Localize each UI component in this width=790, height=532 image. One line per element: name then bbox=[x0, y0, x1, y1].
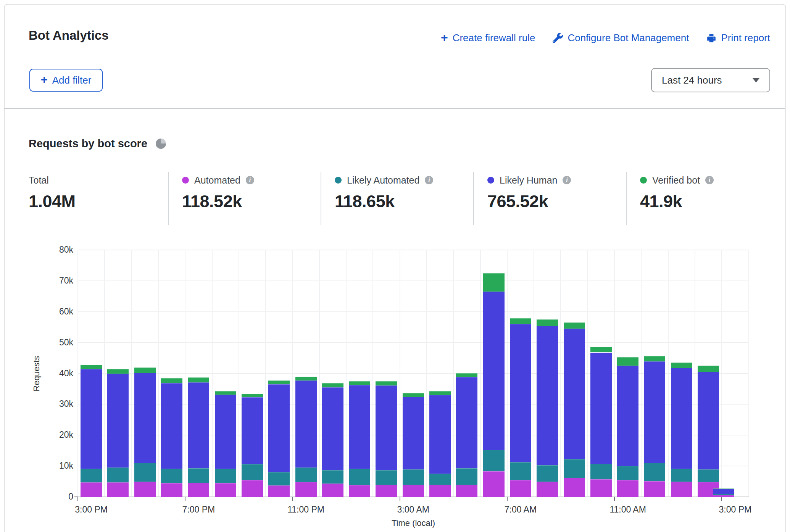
bar-segment-likely-human[interactable] bbox=[295, 380, 317, 468]
bar-segment-automated[interactable] bbox=[322, 484, 343, 497]
bar-segment-likely-human[interactable] bbox=[81, 369, 102, 468]
bar-segment-likely-automated[interactable] bbox=[429, 474, 451, 484]
bar-segment-verified-bot[interactable] bbox=[483, 273, 505, 292]
bar-segment-likely-automated[interactable] bbox=[376, 470, 397, 485]
bar-segment-likely-automated[interactable] bbox=[403, 469, 424, 485]
bar-segment-automated[interactable] bbox=[644, 481, 665, 497]
bar-segment-likely-human[interactable] bbox=[510, 324, 531, 462]
bar-segment-verified-bot[interactable] bbox=[322, 383, 343, 387]
bar-segment-likely-automated[interactable] bbox=[322, 470, 343, 484]
bar-segment-likely-automated[interactable] bbox=[134, 463, 156, 482]
bar-segment-likely-automated[interactable] bbox=[590, 464, 612, 479]
bar-segment-automated[interactable] bbox=[134, 482, 156, 497]
bar-segment-likely-automated[interactable] bbox=[698, 469, 719, 482]
bar-segment-verified-bot[interactable] bbox=[161, 378, 182, 383]
bar-segment-likely-automated[interactable] bbox=[671, 469, 692, 482]
bar-segment-verified-bot[interactable] bbox=[564, 322, 585, 329]
bar-segment-likely-human[interactable] bbox=[215, 395, 236, 469]
bar-segment-verified-bot[interactable] bbox=[376, 381, 397, 385]
bar-segment-automated[interactable] bbox=[376, 485, 397, 497]
bar-segment-likely-automated[interactable] bbox=[215, 469, 236, 483]
bar-segment-automated[interactable] bbox=[429, 485, 451, 497]
bar-segment-likely-human[interactable] bbox=[429, 395, 451, 474]
bar-segment-likely-human[interactable] bbox=[403, 397, 424, 469]
bar-segment-automated[interactable] bbox=[349, 485, 370, 497]
bar-segment-likely-human[interactable] bbox=[188, 382, 209, 468]
bar-segment-verified-bot[interactable] bbox=[456, 373, 477, 377]
bar-segment-automated[interactable] bbox=[242, 480, 263, 497]
bar-segment-automated[interactable] bbox=[81, 482, 102, 497]
bar-segment-verified-bot[interactable] bbox=[537, 319, 558, 326]
bar-segment-verified-bot[interactable] bbox=[242, 394, 263, 397]
bar-segment-likely-human[interactable] bbox=[564, 329, 585, 459]
bar-segment-verified-bot[interactable] bbox=[671, 363, 692, 368]
bar-segment-likely-human[interactable] bbox=[713, 489, 734, 494]
bar-segment-automated[interactable] bbox=[713, 495, 734, 497]
bar-segment-likely-human[interactable] bbox=[671, 368, 692, 469]
bar-segment-automated[interactable] bbox=[456, 485, 477, 497]
bar-segment-verified-bot[interactable] bbox=[429, 391, 451, 395]
bar-segment-likely-human[interactable] bbox=[268, 384, 290, 472]
bar-segment-automated[interactable] bbox=[590, 479, 612, 497]
bar-segment-automated[interactable] bbox=[403, 485, 424, 497]
bar-segment-likely-automated[interactable] bbox=[564, 459, 585, 478]
bar-segment-verified-bot[interactable] bbox=[295, 377, 317, 380]
bar-segment-automated[interactable] bbox=[510, 480, 531, 497]
bar-segment-verified-bot[interactable] bbox=[590, 347, 612, 353]
bar-segment-verified-bot[interactable] bbox=[698, 366, 719, 372]
bar-segment-automated[interactable] bbox=[107, 482, 129, 497]
bar-segment-likely-automated[interactable] bbox=[161, 469, 182, 483]
bar-segment-likely-human[interactable] bbox=[590, 353, 612, 464]
bar-segment-verified-bot[interactable] bbox=[134, 368, 156, 373]
bar-segment-likely-automated[interactable] bbox=[456, 468, 477, 485]
bar-segment-verified-bot[interactable] bbox=[713, 488, 734, 489]
bar-segment-likely-automated[interactable] bbox=[268, 472, 290, 485]
bar-segment-likely-automated[interactable] bbox=[510, 462, 531, 480]
bar-segment-automated[interactable] bbox=[268, 485, 290, 497]
bar-segment-likely-human[interactable] bbox=[698, 372, 719, 469]
bar-segment-verified-bot[interactable] bbox=[188, 377, 209, 382]
bar-segment-likely-human[interactable] bbox=[483, 292, 505, 450]
bar-segment-likely-human[interactable] bbox=[456, 377, 477, 468]
bar-segment-automated[interactable] bbox=[564, 478, 585, 497]
bar-segment-automated[interactable] bbox=[295, 482, 317, 497]
bar-segment-verified-bot[interactable] bbox=[81, 365, 102, 369]
bar-segment-verified-bot[interactable] bbox=[349, 381, 370, 385]
bar-segment-automated[interactable] bbox=[215, 483, 236, 497]
bar-segment-automated[interactable] bbox=[161, 483, 182, 497]
bar-segment-likely-human[interactable] bbox=[349, 385, 370, 469]
bar-segment-likely-automated[interactable] bbox=[537, 465, 558, 482]
bar-segment-verified-bot[interactable] bbox=[107, 369, 129, 374]
bar-segment-likely-human[interactable] bbox=[242, 397, 263, 464]
bar-segment-likely-human[interactable] bbox=[322, 387, 343, 471]
bar-segment-likely-human[interactable] bbox=[107, 374, 129, 468]
bar-segment-likely-automated[interactable] bbox=[81, 469, 102, 482]
bar-segment-likely-automated[interactable] bbox=[349, 469, 370, 485]
bar-segment-likely-automated[interactable] bbox=[617, 466, 638, 480]
bar-segment-automated[interactable] bbox=[617, 480, 638, 497]
bar-segment-likely-human[interactable] bbox=[537, 326, 558, 465]
bar-segment-verified-bot[interactable] bbox=[644, 356, 665, 361]
bar-segment-likely-automated[interactable] bbox=[713, 494, 734, 495]
bar-segment-verified-bot[interactable] bbox=[268, 380, 290, 384]
bar-segment-likely-automated[interactable] bbox=[242, 464, 263, 480]
bar-segment-likely-human[interactable] bbox=[161, 383, 182, 469]
bot-analytics-page: Bot Analytics + Create firewall rule Con… bbox=[0, 0, 790, 532]
bar-segment-automated[interactable] bbox=[483, 471, 505, 497]
bar-segment-likely-human[interactable] bbox=[617, 366, 638, 466]
bar-segment-automated[interactable] bbox=[188, 483, 209, 497]
bar-segment-verified-bot[interactable] bbox=[215, 391, 236, 395]
bar-segment-likely-human[interactable] bbox=[376, 385, 397, 470]
bar-segment-likely-human[interactable] bbox=[644, 361, 665, 463]
bar-segment-likely-automated[interactable] bbox=[483, 450, 505, 471]
bar-segment-likely-automated[interactable] bbox=[188, 468, 209, 483]
bar-segment-likely-human[interactable] bbox=[134, 373, 156, 463]
bar-segment-likely-automated[interactable] bbox=[295, 468, 317, 482]
bar-segment-automated[interactable] bbox=[537, 482, 558, 497]
bar-segment-verified-bot[interactable] bbox=[617, 357, 638, 366]
bar-segment-likely-automated[interactable] bbox=[644, 463, 665, 481]
bar-segment-verified-bot[interactable] bbox=[403, 393, 424, 397]
bar-segment-likely-automated[interactable] bbox=[107, 468, 129, 482]
bar-segment-verified-bot[interactable] bbox=[510, 318, 531, 324]
bar-segment-automated[interactable] bbox=[671, 482, 692, 497]
